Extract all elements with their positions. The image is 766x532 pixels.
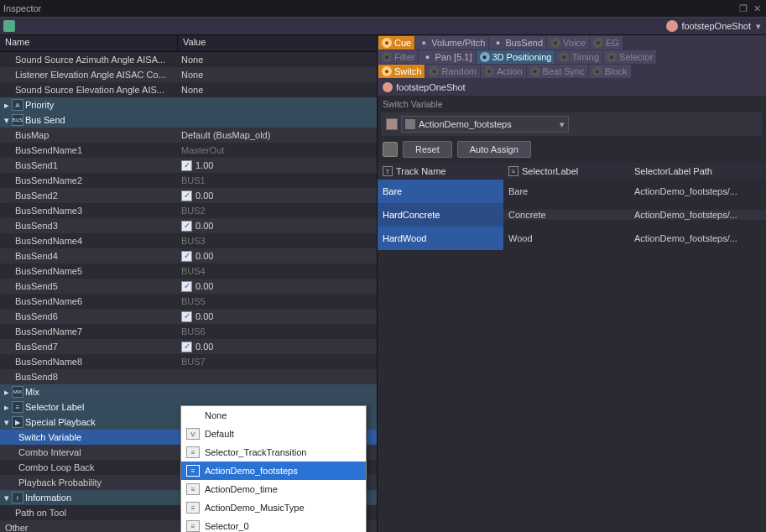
expand-icon[interactable]: ▸ (2, 100, 12, 111)
category-mix[interactable]: ▸ MIX Mix (0, 384, 377, 399)
auto-assign-button[interactable]: Auto Assign (457, 141, 531, 158)
expand-icon[interactable]: ▸ (2, 402, 12, 413)
property-row[interactable]: BusSend4✓0.00 (0, 248, 377, 263)
table-cell[interactable]: Bare (503, 186, 629, 196)
property-value[interactable]: BUS1 (178, 175, 377, 185)
switch-variable-dropdown[interactable]: NoneVDefault≡Selector_TrackTransition≡Ac… (180, 405, 367, 532)
checkbox[interactable]: ✓ (181, 281, 192, 292)
window-restore-icon[interactable]: ❐ (737, 3, 749, 14)
property-value[interactable]: BUS4 (178, 266, 377, 276)
tab-filter[interactable]: ●Filter (378, 50, 418, 64)
view-mode-icon[interactable] (3, 20, 15, 32)
dropdown-item[interactable]: None (181, 406, 366, 425)
item-menu-arrow-icon[interactable]: ▾ (754, 21, 763, 32)
checkbox[interactable]: ✓ (181, 160, 192, 171)
category-bussend[interactable]: ▾ BUS Bus Send (0, 112, 377, 128)
tab-label: Timing (571, 52, 599, 62)
tab-random[interactable]: ●Random (425, 65, 480, 78)
property-row[interactable]: BusMap Default (BusMap_old) (0, 128, 377, 143)
checkbox[interactable]: ✓ (181, 190, 192, 201)
table-cell[interactable]: Bare (378, 180, 503, 203)
property-value[interactable]: ✓0.00 (178, 311, 377, 322)
category-priority[interactable]: ▸ A Priority (0, 97, 377, 112)
dropdown-item[interactable]: ≡ActionDemo_footsteps (181, 462, 366, 480)
property-value[interactable]: MasterOut (178, 145, 377, 155)
tab-pan-5-1-[interactable]: ●Pan [5.1] (419, 50, 475, 64)
tab-beat-sync[interactable]: ●Beat Sync (527, 65, 588, 78)
collapse-icon[interactable]: ▾ (2, 115, 12, 126)
property-value[interactable]: BUS5 (178, 296, 377, 306)
checkbox[interactable]: ✓ (181, 342, 192, 352)
property-row[interactable]: BusSendName3BUS2 (0, 203, 377, 218)
property-row[interactable]: BusSend2✓0.00 (0, 188, 377, 203)
table-cell[interactable]: Wood (503, 233, 629, 243)
window-close-icon[interactable]: ✕ (751, 3, 763, 14)
property-value[interactable]: ✓0.00 (178, 190, 377, 201)
table-row[interactable]: HardWoodWoodActionDemo_footsteps/... (378, 227, 766, 250)
property-row[interactable]: BusSendName6BUS5 (0, 294, 377, 309)
expand-icon[interactable]: ▸ (2, 387, 12, 398)
property-value[interactable]: ✓0.00 (178, 342, 377, 352)
property-value[interactable]: BUS7 (178, 357, 377, 367)
table-cell[interactable]: Concrete (503, 210, 629, 220)
property-value[interactable]: BUS6 (178, 326, 377, 336)
tab-block[interactable]: ●Block (589, 65, 631, 78)
table-cell[interactable]: HardWood (378, 227, 503, 250)
tab-label: BusSend (505, 38, 543, 48)
dropdown-item[interactable]: ≡ActionDemo_time (181, 480, 366, 498)
property-row[interactable]: BusSend6✓0.00 (0, 309, 377, 324)
tab-cue[interactable]: ●Cue (378, 36, 414, 50)
property-row[interactable]: BusSendName8BUS7 (0, 354, 377, 369)
tab-timing[interactable]: ●Timing (555, 50, 602, 64)
property-row[interactable]: Sound Source Elevation Angle AIS... None (0, 82, 377, 97)
dropdown-item[interactable]: ≡Selector_TrackTransition (181, 443, 366, 462)
checkbox[interactable]: ✓ (181, 311, 192, 322)
dropdown-item[interactable]: ≡Selector_0 (181, 517, 366, 532)
column-selector-path[interactable]: SelectorLabel Path (629, 166, 766, 176)
tab-switch[interactable]: ●Switch (378, 65, 425, 78)
table-cell[interactable]: ActionDemo_footsteps/... (629, 210, 766, 220)
property-value[interactable]: BUS3 (178, 236, 377, 246)
collapse-icon[interactable]: ▾ (2, 417, 12, 428)
column-selector-label[interactable]: ≡SelectorLabel (503, 166, 629, 176)
property-row[interactable]: BusSend5✓0.00 (0, 279, 377, 294)
tab-volume-pitch[interactable]: ●Volume/Pitch (415, 36, 488, 50)
property-value[interactable]: BUS2 (178, 206, 377, 216)
checkbox[interactable]: ✓ (181, 221, 192, 232)
property-row[interactable]: BusSendName2BUS1 (0, 173, 377, 188)
table-cell[interactable]: ActionDemo_footsteps/... (629, 186, 766, 196)
table-row[interactable]: HardConcreteConcreteActionDemo_footsteps… (378, 203, 766, 227)
property-value[interactable]: ✓0.00 (178, 281, 377, 292)
property-row[interactable]: BusSendName1MasterOut (0, 143, 377, 158)
tab-eg[interactable]: ●EG (590, 36, 623, 50)
checkbox[interactable]: ✓ (181, 251, 192, 262)
table-row[interactable]: BareBareActionDemo_footsteps/... (378, 180, 766, 203)
tab-action[interactable]: ●Action (481, 65, 526, 78)
property-row[interactable]: BusSendName7BUS6 (0, 324, 377, 339)
tab-3d-positioning[interactable]: ●3D Positioning (477, 50, 555, 64)
tab-bussend[interactable]: ●BusSend (489, 36, 546, 50)
property-row[interactable]: BusSendName4BUS3 (0, 233, 377, 248)
column-track-name[interactable]: TTrack Name (378, 166, 503, 176)
tool-icon[interactable] (383, 142, 398, 157)
tab-bar: ●Cue●Volume/Pitch●BusSend●Voice●EG ●Filt… (378, 35, 766, 79)
table-cell[interactable]: ActionDemo_footsteps/... (629, 233, 766, 243)
property-row[interactable]: Sound Source Azimuth Angle AISA... None (0, 52, 377, 67)
property-value[interactable]: ✓0.00 (178, 221, 377, 232)
property-value[interactable]: ✓0.00 (178, 251, 377, 262)
tab-voice[interactable]: ●Voice (547, 36, 589, 50)
dropdown-item[interactable]: ≡ActionDemo_MusicType (181, 498, 366, 517)
tab-selector[interactable]: ●Selector (603, 50, 656, 64)
property-row[interactable]: BusSend8 (0, 369, 377, 384)
property-row[interactable]: BusSendName5BUS4 (0, 263, 377, 279)
selector-dropdown[interactable]: ActionDemo_footsteps ▾ (401, 116, 569, 133)
property-row[interactable]: BusSend1✓1.00 (0, 158, 377, 173)
property-value[interactable]: ✓1.00 (178, 160, 377, 171)
collapse-icon[interactable]: ▾ (2, 493, 12, 503)
property-row[interactable]: BusSend3✓0.00 (0, 218, 377, 233)
property-row[interactable]: BusSend7✓0.00 (0, 339, 377, 354)
dropdown-item[interactable]: VDefault (181, 425, 366, 443)
reset-button[interactable]: Reset (403, 141, 452, 158)
table-cell[interactable]: HardConcrete (378, 203, 503, 227)
property-row[interactable]: Listener Elevation Angle AISAC Co... Non… (0, 67, 377, 82)
